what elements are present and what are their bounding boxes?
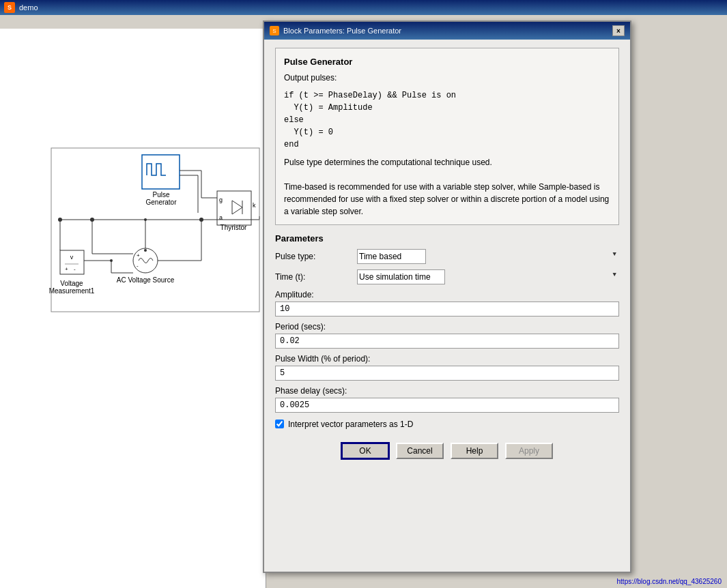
ok-button[interactable]: OK: [341, 443, 389, 459]
amplitude-input[interactable]: [275, 302, 619, 317]
svg-text:k: k: [253, 202, 256, 209]
svg-text:Thyristor: Thyristor: [220, 224, 248, 231]
main-title-bar: S demo: [0, 0, 727, 15]
canvas-area: demo Pulse Generator g a k Th: [0, 29, 266, 588]
solver-description: Time-based is recommended for use with a…: [284, 181, 610, 218]
code-line-1: if (t >= PhaseDelay) && Pulse is on: [284, 89, 610, 102]
simulink-background: S demo demo Pulse Generator g a: [0, 0, 727, 588]
main-window-title: demo: [19, 3, 38, 12]
svg-text:Measurement1: Measurement1: [49, 287, 95, 295]
time-t-label: Time (t):: [275, 272, 357, 282]
amplitude-label: Amplitude:: [275, 290, 619, 299]
code-line-3: else: [284, 114, 610, 126]
cancel-button[interactable]: Cancel: [396, 443, 444, 459]
time-t-select[interactable]: Use simulation time Use external signal: [357, 269, 445, 284]
phase-delay-input[interactable]: [275, 398, 619, 413]
output-label: Output pulses:: [284, 72, 610, 84]
pulse-width-row: Pulse Width (% of period):: [275, 354, 619, 381]
dialog-close-button[interactable]: ×: [612, 25, 625, 36]
amplitude-row: Amplitude:: [275, 290, 619, 317]
dialog-body: Pulse Generator Output pulses: if (t >= …: [264, 40, 630, 572]
svg-text:-: -: [137, 263, 139, 269]
dialog-title-text: Block Parameters: Pulse Generator: [283, 27, 401, 35]
button-row: OK Cancel Help Apply: [275, 443, 619, 466]
diagram-svg: Pulse Generator g a k Thyristor +: [0, 42, 266, 574]
apply-button[interactable]: Apply: [505, 443, 553, 459]
pulse-type-select-wrapper: Time based Sample based: [357, 249, 619, 264]
svg-text:Generator: Generator: [145, 199, 177, 206]
pulse-type-description: Pulse type determines the computational …: [284, 156, 610, 168]
svg-text:Pulse: Pulse: [152, 191, 169, 199]
pulse-type-label: Pulse type:: [275, 252, 357, 261]
dialog-app-icon: S: [270, 26, 279, 35]
svg-text:Voltage: Voltage: [60, 280, 83, 287]
svg-text:-: -: [74, 266, 76, 272]
interpret-vector-checkbox[interactable]: [275, 420, 284, 428]
dialog-title-bar: S Block Parameters: Pulse Generator ×: [264, 22, 630, 40]
help-button[interactable]: Help: [451, 443, 498, 459]
interpret-vector-label: Interpret vector parameters as 1-D: [288, 420, 413, 429]
block-name: Pulse Generator: [284, 55, 610, 69]
pulse-type-row: Pulse type: Time based Sample based: [275, 249, 619, 264]
code-line-4: Y(t) = 0: [284, 126, 610, 138]
block-parameters-dialog: S Block Parameters: Pulse Generator × Pu…: [263, 20, 631, 573]
dialog-title-left: S Block Parameters: Pulse Generator: [270, 26, 401, 35]
svg-point-39: [199, 218, 203, 222]
svg-text:g: g: [219, 196, 223, 203]
period-label: Period (secs):: [275, 322, 619, 332]
svg-text:v: v: [70, 254, 74, 261]
svg-text:+: +: [137, 252, 140, 259]
description-box: Pulse Generator Output pulses: if (t >= …: [275, 48, 619, 225]
period-input[interactable]: [275, 334, 619, 349]
code-line-5: end: [284, 138, 610, 151]
code-block: if (t >= PhaseDelay) && Pulse is on Y(t)…: [284, 89, 610, 151]
app-icon: S: [4, 2, 15, 13]
time-t-row: Time (t): Use simulation time Use extern…: [275, 269, 619, 284]
svg-text:AC Voltage Source: AC Voltage Source: [117, 276, 175, 284]
phase-delay-row: Phase delay (secs):: [275, 386, 619, 413]
svg-point-31: [90, 218, 94, 222]
pulse-width-label: Pulse Width (% of period):: [275, 354, 619, 364]
pulse-width-input[interactable]: [275, 366, 619, 381]
svg-point-33: [144, 249, 147, 252]
parameters-header: Parameters: [275, 233, 619, 244]
time-t-select-wrapper: Use simulation time Use external signal: [357, 269, 619, 284]
watermark: https://blog.csdn.net/qq_43625260: [617, 578, 722, 585]
code-line-2: Y(t) = Amplitude: [284, 102, 610, 114]
pulse-type-select[interactable]: Time based Sample based: [357, 249, 426, 264]
svg-text:+: +: [65, 266, 68, 272]
diagram-canvas[interactable]: Pulse Generator g a k Thyristor +: [0, 29, 266, 588]
phase-delay-label: Phase delay (secs):: [275, 386, 619, 396]
period-row: Period (secs):: [275, 322, 619, 349]
svg-point-32: [58, 218, 62, 222]
checkbox-row: Interpret vector parameters as 1-D: [275, 420, 619, 429]
